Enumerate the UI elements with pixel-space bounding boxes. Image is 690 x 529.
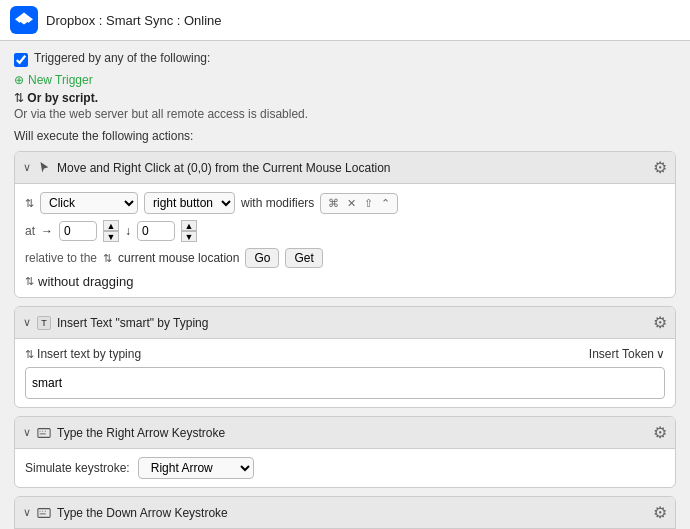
action-header-left-3: ∨ Type the Right Arrow Keystroke — [23, 426, 225, 440]
svg-rect-5 — [38, 508, 50, 517]
action-card-3: ∨ Type the Right Arrow Keystroke ⚙ Simul… — [14, 416, 676, 488]
action-card-header-4: ∨ Type the Down Arrow Keystroke ⚙ — [15, 497, 675, 529]
collapse-chevron-4[interactable]: ∨ — [23, 506, 31, 519]
button-type-select[interactable]: right button left button — [144, 192, 235, 214]
action-card-body-2: ⇅ Insert text by typing Insert Token ∨ — [15, 339, 675, 407]
chevron-down-icon: ∨ — [656, 347, 665, 361]
at-label: at — [25, 224, 35, 238]
or-by-script: ⇅ Or by script. — [14, 91, 676, 105]
gear-button-2[interactable]: ⚙ — [653, 313, 667, 332]
x-input[interactable] — [59, 221, 97, 241]
action-card-2: ∨ T Insert Text "smart" by Typing ⚙ ⇅ In… — [14, 306, 676, 408]
insert-text-label: Insert text by typing — [37, 347, 141, 361]
with-modifiers-label: with modifiers — [241, 196, 314, 210]
go-button[interactable]: Go — [245, 248, 279, 268]
cycle-icon: ⇅ — [14, 91, 27, 105]
cycle-icon-insert: ⇅ — [25, 348, 37, 360]
action-card-header-1: ∨ Move and Right Click at (0,0) from the… — [15, 152, 675, 184]
action-title-1: Move and Right Click at (0,0) from the C… — [57, 161, 390, 175]
cycle-icon-drag: ⇅ — [25, 275, 34, 288]
collapse-chevron-2[interactable]: ∨ — [23, 316, 31, 329]
y-down-btn[interactable]: ▼ — [181, 231, 197, 242]
relative-to-label: relative to the — [25, 251, 97, 265]
trigger-row: Triggered by any of the following: — [14, 51, 676, 69]
action-card-header-2: ∨ T Insert Text "smart" by Typing ⚙ — [15, 307, 675, 339]
text-input[interactable] — [25, 367, 665, 399]
header: Dropbox : Smart Sync : Online — [0, 0, 690, 41]
y-up-btn[interactable]: ▲ — [181, 220, 197, 231]
mod-shift: ⇧ — [361, 196, 376, 211]
mod-cmd: ⌘ — [325, 196, 342, 211]
arrow-down: ↓ — [125, 224, 131, 238]
arrow-right: → — [41, 224, 53, 238]
action-card-1: ∨ Move and Right Click at (0,0) from the… — [14, 151, 676, 298]
relative-row: relative to the ⇅ current mouse location… — [25, 248, 665, 268]
collapse-chevron-3[interactable]: ∨ — [23, 426, 31, 439]
location-label: current mouse location — [118, 251, 239, 265]
collapse-chevron-1[interactable]: ∨ — [23, 161, 31, 174]
mod-opt: ✕ — [344, 196, 359, 211]
cycle-icon-rel: ⇅ — [103, 252, 112, 265]
keyboard-icon-4 — [37, 506, 51, 520]
action-card-body-3: Simulate keystroke: Right Arrow Left Arr… — [15, 449, 675, 487]
action-title-3: Type the Right Arrow Keystroke — [57, 426, 225, 440]
cycle-icon-click: ⇅ — [25, 197, 34, 210]
get-button[interactable]: Get — [285, 248, 322, 268]
action-title-2: Insert Text "smart" by Typing — [57, 316, 208, 330]
without-dragging-label: without dragging — [38, 274, 133, 289]
click-row: ⇅ Click Double Click Right Click right b… — [25, 192, 665, 214]
action-header-left-1: ∨ Move and Right Click at (0,0) from the… — [23, 161, 390, 175]
action-title-4: Type the Down Arrow Keystroke — [57, 506, 228, 520]
plus-icon: ⊕ — [14, 73, 24, 87]
gear-button-3[interactable]: ⚙ — [653, 423, 667, 442]
or-by-script-label: Or by script. — [27, 91, 98, 105]
or-via: Or via the web server but all remote acc… — [14, 107, 676, 121]
action-card-header-3: ∨ Type the Right Arrow Keystroke ⚙ — [15, 417, 675, 449]
keystroke-select-3[interactable]: Right Arrow Left Arrow Up Arrow Down Arr… — [138, 457, 254, 479]
click-type-select[interactable]: Click Double Click Right Click — [40, 192, 138, 214]
insert-label: ⇅ Insert text by typing — [25, 347, 141, 361]
coord-row: at → ▲ ▼ ↓ ▲ ▼ — [25, 220, 665, 242]
y-stepper[interactable]: ▲ ▼ — [181, 220, 197, 242]
cursor-icon — [37, 161, 51, 175]
mod-ctrl: ⌃ — [378, 196, 393, 211]
x-up-btn[interactable]: ▲ — [103, 220, 119, 231]
x-down-btn[interactable]: ▼ — [103, 231, 119, 242]
x-stepper[interactable]: ▲ ▼ — [103, 220, 119, 242]
insert-label-row: ⇅ Insert text by typing Insert Token ∨ — [25, 347, 665, 361]
keystroke-row-3: Simulate keystroke: Right Arrow Left Arr… — [25, 457, 665, 479]
app-icon — [10, 6, 38, 34]
action-card-body-1: ⇅ Click Double Click Right Click right b… — [15, 184, 675, 297]
triggered-by-label: Triggered by any of the following: — [34, 51, 210, 65]
action-card-4: ∨ Type the Down Arrow Keystroke ⚙ Simula… — [14, 496, 676, 529]
simulate-label-3: Simulate keystroke: — [25, 461, 130, 475]
gear-button-4[interactable]: ⚙ — [653, 503, 667, 522]
drag-row: ⇅ without dragging — [25, 274, 665, 289]
keyboard-icon-3 — [37, 426, 51, 440]
gear-button-1[interactable]: ⚙ — [653, 158, 667, 177]
modifier-box: ⌘ ✕ ⇧ ⌃ — [320, 193, 398, 214]
text-icon: T — [37, 316, 51, 330]
trigger-checkbox[interactable] — [14, 53, 28, 67]
action-header-left-4: ∨ Type the Down Arrow Keystroke — [23, 506, 228, 520]
insert-token-label: Insert Token — [589, 347, 654, 361]
svg-rect-0 — [38, 428, 50, 437]
header-title: Dropbox : Smart Sync : Online — [46, 13, 222, 28]
new-trigger-link[interactable]: ⊕ New Trigger — [14, 73, 676, 87]
insert-token-button[interactable]: Insert Token ∨ — [589, 347, 665, 361]
main-content: Triggered by any of the following: ⊕ New… — [0, 41, 690, 529]
y-input[interactable] — [137, 221, 175, 241]
will-execute: Will execute the following actions: — [14, 129, 676, 143]
action-header-left-2: ∨ T Insert Text "smart" by Typing — [23, 316, 208, 330]
new-trigger-label: New Trigger — [28, 73, 93, 87]
